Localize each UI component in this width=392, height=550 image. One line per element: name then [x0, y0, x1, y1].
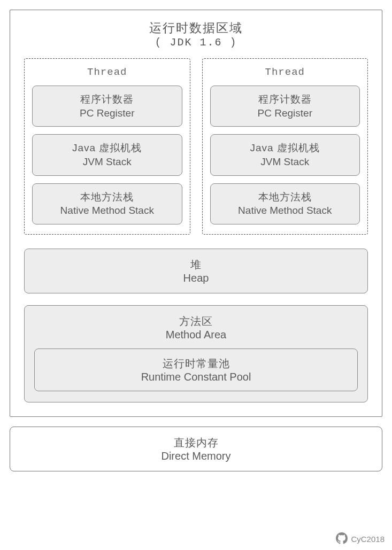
- jvm-stack-box: Java 虚拟机栈 JVM Stack: [32, 134, 182, 175]
- title-block: 运行时数据区域 ( JDK 1.6 ): [24, 20, 368, 49]
- heap-en: Heap: [33, 272, 359, 284]
- runtime-data-areas-container: 运行时数据区域 ( JDK 1.6 ) Thread 程序计数器 PC Regi…: [10, 10, 382, 417]
- jvm-stack-box: Java 虚拟机栈 JVM Stack: [210, 134, 360, 175]
- method-area-en: Method Area: [34, 329, 358, 341]
- native-stack-en: Native Method Stack: [37, 204, 178, 218]
- runtime-constant-pool-box: 运行时常量池 Runtime Constant Pool: [34, 348, 358, 391]
- direct-memory-cn: 直接内存: [19, 436, 373, 450]
- heap-cn: 堆: [33, 258, 359, 272]
- direct-memory-box: 直接内存 Direct Memory: [10, 427, 382, 471]
- title-en: ( JDK 1.6 ): [24, 36, 368, 49]
- watermark-text: CyC2018: [351, 534, 385, 544]
- pc-register-box: 程序计数器 PC Register: [210, 86, 360, 127]
- method-area-cn: 方法区: [34, 314, 358, 329]
- method-area-box: 方法区 Method Area 运行时常量池 Runtime Constant …: [24, 305, 368, 402]
- direct-memory-en: Direct Memory: [19, 450, 373, 462]
- pc-register-cn: 程序计数器: [37, 92, 178, 106]
- native-stack-box: 本地方法栈 Native Method Stack: [32, 183, 182, 224]
- thread-title: Thread: [32, 66, 182, 78]
- thread-box-0: Thread 程序计数器 PC Register Java 虚拟机栈 JVM S…: [24, 58, 190, 235]
- title-cn: 运行时数据区域: [24, 20, 368, 36]
- jvm-stack-cn: Java 虚拟机栈: [37, 141, 178, 155]
- watermark: CyC2018: [336, 532, 385, 546]
- thread-title: Thread: [210, 66, 360, 78]
- pc-register-cn: 程序计数器: [215, 92, 356, 106]
- constant-pool-cn: 运行时常量池: [40, 357, 352, 371]
- pc-register-box: 程序计数器 PC Register: [32, 86, 182, 127]
- jvm-stack-en: JVM Stack: [37, 155, 178, 169]
- native-stack-box: 本地方法栈 Native Method Stack: [210, 183, 360, 224]
- thread-box-1: Thread 程序计数器 PC Register Java 虚拟机栈 JVM S…: [202, 58, 368, 235]
- constant-pool-en: Runtime Constant Pool: [40, 371, 352, 383]
- native-stack-en: Native Method Stack: [215, 204, 356, 218]
- native-stack-cn: 本地方法栈: [215, 190, 356, 204]
- native-stack-cn: 本地方法栈: [37, 190, 178, 204]
- jvm-stack-en: JVM Stack: [215, 155, 356, 169]
- pc-register-en: PC Register: [37, 106, 178, 120]
- heap-box: 堆 Heap: [24, 249, 368, 293]
- pc-register-en: PC Register: [215, 106, 356, 120]
- github-cat-icon: [336, 532, 348, 546]
- jvm-stack-cn: Java 虚拟机栈: [215, 141, 356, 155]
- threads-row: Thread 程序计数器 PC Register Java 虚拟机栈 JVM S…: [24, 58, 368, 235]
